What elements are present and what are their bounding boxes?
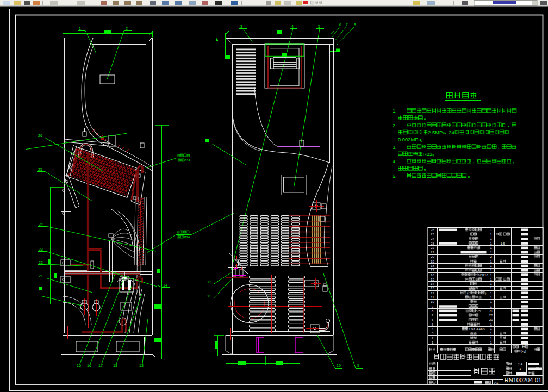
- svg-text:13: 13: [431, 286, 434, 290]
- svg-text:2: 2: [432, 336, 434, 340]
- svg-text:3: 3: [240, 24, 242, 28]
- svg-text:5: 5: [432, 322, 434, 326]
- svg-text:1: 1: [490, 300, 493, 303]
- svg-text:1.: 1.: [393, 108, 397, 114]
- svg-text:26: 26: [38, 134, 42, 138]
- svg-text:1:5: 1:5: [500, 241, 505, 245]
- svg-text:8: 8: [432, 309, 434, 313]
- svg-text:A1: A1: [494, 381, 499, 384]
- svg-text:1: 1: [490, 295, 493, 299]
- svg-text:1: 1: [490, 237, 493, 240]
- svg-text:12: 12: [207, 280, 211, 284]
- svg-text:*25: *25: [476, 309, 481, 313]
- svg-text:1: 1: [490, 273, 493, 277]
- svg-text:25: 25: [431, 232, 434, 236]
- svg-text:13: 13: [139, 364, 144, 368]
- svg-text:2: 2: [490, 254, 493, 258]
- svg-text:5: 5: [318, 24, 320, 28]
- svg-text:22: 22: [39, 260, 43, 264]
- svg-text:7: 7: [346, 23, 348, 27]
- svg-text:(kg): (kg): [521, 350, 526, 353]
- svg-text:1: 1: [79, 27, 81, 30]
- svg-text:24: 24: [431, 237, 434, 240]
- svg-text:11: 11: [207, 294, 211, 298]
- svg-text:0.002MPa: 0.002MPa: [398, 136, 422, 142]
- svg-text:1: 1: [490, 246, 493, 250]
- svg-text:18: 18: [113, 364, 117, 368]
- svg-text:Ø14: Ø14: [184, 159, 191, 162]
- svg-text:14: 14: [163, 283, 167, 287]
- svg-text:1: 1: [490, 241, 493, 245]
- svg-text:1: 1: [490, 291, 493, 295]
- svg-text:21: 21: [39, 274, 43, 278]
- svg-text:1: 1: [490, 286, 493, 290]
- svg-text:1: 1: [490, 340, 493, 344]
- svg-text:23: 23: [431, 241, 434, 245]
- svg-text:1: 1: [490, 250, 493, 254]
- svg-text:15: 15: [431, 277, 434, 281]
- svg-text:1: 1: [432, 340, 434, 344]
- svg-text:RN100204-01: RN100204-01: [505, 377, 542, 383]
- svg-text:16: 16: [431, 273, 434, 277]
- svg-text:4: 4: [291, 24, 294, 28]
- svg-text:1: 1: [490, 264, 493, 267]
- svg-text:5.: 5.: [393, 173, 397, 179]
- svg-text:9: 9: [432, 304, 434, 308]
- svg-text:2.5MPa: 2.5MPa: [428, 129, 446, 135]
- svg-text:7: 7: [432, 313, 434, 317]
- svg-text:1: 1: [490, 268, 493, 272]
- svg-text:22: 22: [431, 246, 434, 250]
- svg-text:1: 1: [490, 282, 493, 285]
- svg-text:15: 15: [77, 364, 81, 368]
- svg-text:8: 8: [354, 23, 356, 27]
- svg-text:1: 1: [490, 304, 493, 308]
- svg-text:R22: R22: [423, 151, 432, 157]
- svg-text:3: 3: [432, 331, 434, 335]
- svg-text:9: 9: [357, 364, 359, 368]
- svg-text:17: 17: [431, 268, 434, 272]
- svg-text:6: 6: [339, 23, 341, 27]
- svg-text:18: 18: [431, 264, 434, 267]
- svg-text:10: 10: [431, 300, 434, 303]
- svg-text:10: 10: [337, 364, 341, 368]
- svg-text:20: 20: [489, 313, 493, 317]
- svg-text:3.: 3.: [393, 145, 397, 150]
- svg-text:24: 24: [449, 129, 454, 135]
- svg-text:2.: 2.: [393, 123, 397, 128]
- svg-text:1:4: 1:4: [518, 363, 523, 366]
- svg-text:19: 19: [431, 259, 434, 263]
- svg-text:): ): [485, 291, 486, 295]
- svg-text:21: 21: [431, 250, 434, 254]
- svg-text:1: 1: [490, 327, 493, 331]
- svg-text:1: 1: [490, 322, 493, 326]
- svg-text:20: 20: [489, 309, 493, 313]
- svg-text:26: 26: [431, 228, 434, 232]
- svg-text:SCE10: SCE10: [477, 273, 488, 277]
- svg-text:1: 1: [490, 277, 493, 281]
- svg-text:20: 20: [489, 318, 493, 321]
- svg-text:20: 20: [431, 254, 434, 258]
- svg-text:1: 1: [490, 228, 493, 232]
- svg-text:1: 1: [490, 232, 493, 236]
- svg-text:25: 25: [38, 167, 42, 171]
- svg-text:12: 12: [431, 291, 434, 295]
- svg-text:11: 11: [431, 295, 434, 299]
- svg-text:6: 6: [432, 318, 434, 321]
- svg-text:1: 1: [490, 259, 493, 263]
- svg-text:24: 24: [39, 222, 43, 226]
- svg-text:2: 2: [126, 27, 128, 30]
- svg-text:4: 4: [432, 327, 434, 331]
- svg-text:1: 1: [490, 336, 493, 340]
- svg-text:1: 1: [490, 331, 493, 335]
- svg-text:14: 14: [431, 282, 434, 285]
- svg-text:Ø14: Ø14: [184, 235, 190, 239]
- svg-text:17: 17: [98, 364, 103, 368]
- svg-text:23: 23: [39, 247, 43, 251]
- svg-text:4.: 4.: [393, 159, 397, 164]
- svg-text:16: 16: [87, 364, 91, 368]
- svg-text:4-68-3.15A: 4-68-3.15A: [469, 327, 485, 331]
